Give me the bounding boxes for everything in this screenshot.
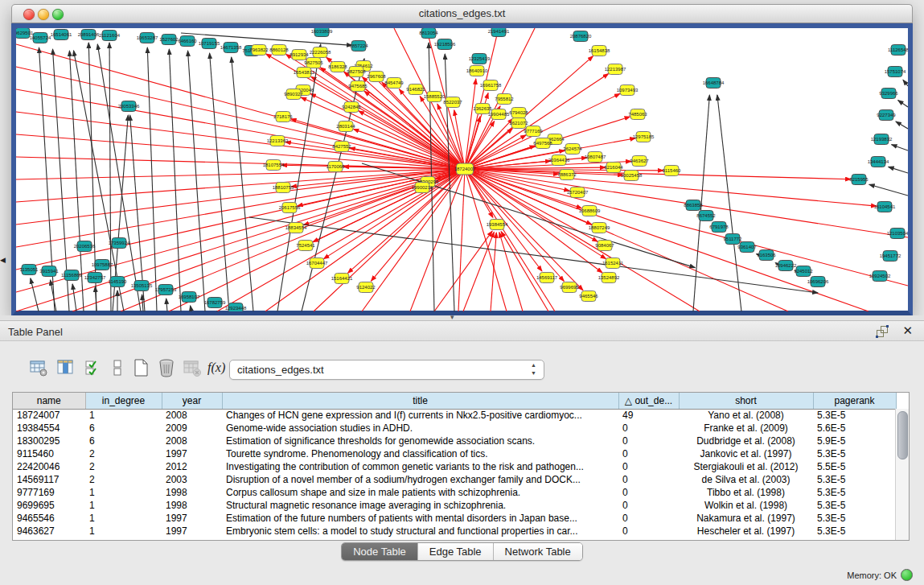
graph-node[interactable]: 20891406 [78,30,100,40]
citation-edge-black[interactable] [898,101,908,107]
graph-node[interactable]: 9463627 [630,156,649,167]
graph-node[interactable]: 13524892 [598,273,620,283]
graph-node[interactable]: 12975185 [633,132,655,142]
graph-node[interactable]: 8215955 [849,175,869,185]
graph-node[interactable]: 10696206 [807,277,829,287]
graph-node[interactable]: 6791978 [709,222,729,233]
citation-edge-red[interactable] [465,28,499,169]
graph-node[interactable]: 19218506 [434,39,456,50]
graph-node[interactable]: 21941491 [488,28,510,37]
table-row[interactable]: 2242004622012Investigating the contribut… [13,460,896,473]
table-row[interactable]: 1456911722003Disruption of a novel membe… [13,473,896,486]
graph-node[interactable]: 20364436 [548,155,570,166]
graph-node[interactable]: 3624574 [563,144,582,154]
graph-node[interactable]: 10719155 [199,39,220,49]
graph-node[interactable]: 16033809 [311,28,333,37]
citation-edge-red[interactable] [16,169,465,311]
graph-node[interactable]: 7886372 [557,170,577,180]
graph-node[interactable]: 7955812 [495,94,514,105]
graph-node[interactable]: 11156869 [61,270,82,281]
graph-node[interactable]: 12923448 [225,303,247,312]
graph-node[interactable]: 9511772 [724,234,743,245]
graph-node[interactable]: 9827508 [347,67,366,77]
graph-node[interactable]: 1527602 [159,35,179,45]
graph-node[interactable]: 16104541 [874,202,896,212]
citation-edge-red[interactable] [314,169,465,311]
graph-node[interactable]: 1621072 [509,118,528,129]
network-view-window[interactable]: citations_edges.txt 19629501140557241651… [11,4,913,315]
graph-node[interactable]: 14569117 [536,273,558,283]
column-header-name[interactable]: name [13,393,85,409]
graph-node[interactable]: 18640910 [466,66,488,76]
table-settings-icon[interactable] [29,358,50,379]
close-icon[interactable]: ✕ [902,323,913,338]
graph-node[interactable]: 2718176 [273,112,293,122]
table-scrollbar-thumb[interactable] [897,411,908,459]
graph-node[interactable]: 12193832 [871,134,893,145]
graph-node[interactable]: 12103504 [887,229,908,239]
graph-node[interactable]: 7485063 [628,109,647,120]
graph-node[interactable]: 8427552 [332,142,351,152]
window-titlebar[interactable]: citations_edges.txt [11,4,913,23]
graph-node[interactable]: 12213987 [605,64,626,75]
citation-edge-red[interactable] [465,169,869,311]
graph-node[interactable]: 17957253 [155,285,177,295]
graph-node[interactable]: 6216044 [604,163,623,173]
column-header-title[interactable]: title [222,393,618,409]
graph-node[interactable]: 18724007 [454,163,476,175]
citation-edge-red[interactable] [463,232,494,311]
citation-edge-black[interactable] [147,47,157,311]
graph-node[interactable]: 1135051 [20,265,39,275]
graph-node[interactable]: 14055724 [30,33,51,43]
graph-node[interactable]: 9329966 [879,89,898,99]
function-builder-icon[interactable]: f(x) [207,360,228,381]
graph-node[interactable]: 8522037 [443,97,462,108]
graph-node[interactable]: 15164421 [331,274,353,284]
graph-node[interactable]: 19384554 [487,220,508,230]
graph-node[interactable]: 9699695 [560,282,579,293]
graph-node[interactable]: 9361407 [737,242,757,253]
select-column-icon[interactable] [56,358,77,379]
column-header-in_degree[interactable]: in_degree [85,393,162,409]
graph-node[interactable]: 16154838 [589,46,610,56]
node-attribute-grid[interactable]: namein_degreeyeartitle△ out_de...shortpa… [13,393,897,538]
tab-network-table[interactable]: Network Table [494,543,582,560]
graph-node[interactable]: 7857224 [349,41,368,51]
table-row[interactable]: 969969511998Structural magnetic resonanc… [13,499,896,512]
citation-edge-black[interactable] [191,306,191,311]
graph-node[interactable]: 16958107 [179,292,200,303]
citation-edge-black[interactable] [869,184,908,196]
citation-edge-red[interactable] [465,169,555,311]
network-select-dropdown[interactable]: citations_edges.txt ▲▼ [229,360,544,380]
attribute-table[interactable]: namein_degreeyeartitle△ out_de...shortpa… [12,392,910,541]
graph-node[interactable]: 16514061 [51,30,72,40]
citation-edge-black[interactable] [896,122,908,129]
graph-node[interactable]: 8813054 [419,28,438,39]
citation-edge-red[interactable] [501,232,548,311]
table-row[interactable]: 1938455462009Genome-wide association stu… [13,422,896,435]
graph-node[interactable]: 17359924 [109,238,130,249]
graph-node[interactable]: 13505135 [131,281,153,291]
table-row[interactable]: 946362711997Embryonic stem cells: a mode… [13,525,896,538]
graph-node[interactable]: 9890327 [284,89,303,100]
graph-node[interactable]: 8186328 [328,62,347,72]
graph-node[interactable]: 3915941 [39,266,59,277]
citation-edge-black[interactable] [889,167,908,173]
citation-edge-black[interactable] [188,51,205,311]
citation-edge-red[interactable] [313,169,465,242]
graph-node[interactable]: 20053346 [118,101,140,112]
graph-node[interactable]: 7963822 [249,45,269,56]
graph-node[interactable]: 15751074 [885,67,906,77]
graph-node[interactable]: 10807487 [585,152,606,163]
citation-edge-black[interactable] [72,284,76,311]
graph-node[interactable]: 8912934 [290,50,309,60]
citation-edge-black[interactable] [892,145,908,150]
graph-node[interactable]: 9163506 [757,250,776,261]
graph-node[interactable]: 15885520 [424,92,446,102]
graph-node[interactable]: 6794028 [509,108,528,118]
graph-node[interactable]: 20876820 [570,31,592,42]
graph-node[interactable]: 2803144 [336,122,355,132]
citation-edge-red[interactable] [16,44,465,169]
table-row[interactable]: 946554611997Estimation of the future num… [13,512,896,525]
graph-node[interactable]: 12325419 [469,54,491,64]
